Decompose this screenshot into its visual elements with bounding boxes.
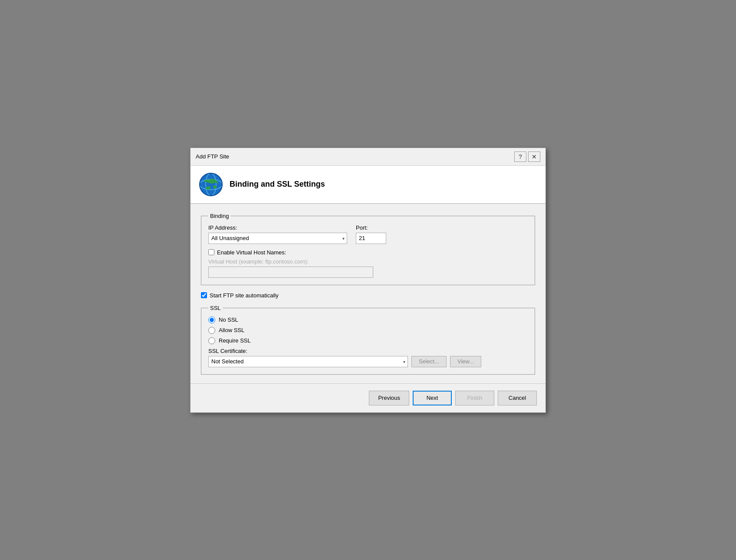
binding-fieldset: Binding IP Address: All Unassigned ▾ Por…: [201, 213, 535, 285]
previous-button[interactable]: Previous: [369, 391, 409, 405]
title-bar: Add FTP Site ? ✕: [191, 148, 545, 166]
ssl-fieldset: SSL No SSL Allow SSL Require SSL SSL Cer…: [201, 305, 535, 375]
binding-legend: Binding: [208, 213, 230, 219]
require-ssl-label: Require SSL: [219, 337, 251, 344]
virtual-host-input[interactable]: [208, 267, 373, 278]
ssl-cert-select[interactable]: Not Selected: [208, 356, 408, 367]
require-ssl-radio[interactable]: [208, 337, 215, 344]
auto-start-row: Start FTP site automatically: [201, 292, 535, 299]
port-label: Port:: [356, 224, 386, 231]
dialog-title: Add FTP Site: [196, 153, 229, 160]
virtual-host-checkbox-row: Enable Virtual Host Names:: [208, 249, 528, 256]
enable-virtual-host-checkbox[interactable]: [208, 249, 214, 255]
no-ssl-radio[interactable]: [208, 316, 215, 323]
binding-row: IP Address: All Unassigned ▾ Port:: [208, 224, 528, 244]
ssl-cert-row: Not Selected ▾ Select... View...: [208, 356, 528, 367]
footer: Previous Next Finish Cancel: [191, 383, 545, 412]
content-area: Binding IP Address: All Unassigned ▾ Por…: [191, 204, 545, 383]
ssl-select-button[interactable]: Select...: [411, 356, 447, 367]
ssl-cert-select-wrapper: Not Selected ▾: [208, 356, 408, 367]
port-group: Port:: [356, 224, 386, 244]
dialog: Add FTP Site ? ✕ Binding and SSL Setting…: [190, 148, 546, 413]
cancel-button[interactable]: Cancel: [498, 391, 537, 405]
allow-ssl-label: Allow SSL: [219, 327, 244, 333]
allow-ssl-row: Allow SSL: [208, 327, 528, 334]
ip-select-wrapper: All Unassigned ▾: [208, 233, 347, 244]
header-section: Binding and SSL Settings: [191, 166, 545, 204]
globe-icon: [199, 173, 223, 196]
enable-virtual-host-label: Enable Virtual Host Names:: [217, 249, 286, 256]
no-ssl-label: No SSL: [219, 316, 238, 323]
allow-ssl-radio[interactable]: [208, 327, 215, 334]
next-button[interactable]: Next: [413, 391, 452, 405]
virtual-host-sublabel: Virtual Host (example: ftp.contoso.com):: [208, 258, 528, 265]
auto-start-label: Start FTP site automatically: [210, 292, 279, 299]
port-input[interactable]: [356, 233, 386, 244]
ip-address-group: IP Address: All Unassigned ▾: [208, 224, 347, 244]
page-title: Binding and SSL Settings: [230, 180, 325, 189]
title-bar-left: Add FTP Site: [196, 153, 229, 160]
ssl-legend: SSL: [208, 305, 223, 311]
require-ssl-row: Require SSL: [208, 337, 528, 344]
ip-address-select[interactable]: All Unassigned: [208, 233, 347, 244]
help-button[interactable]: ?: [514, 152, 526, 162]
ip-address-label: IP Address:: [208, 224, 347, 231]
ssl-view-button[interactable]: View...: [450, 356, 481, 367]
auto-start-checkbox[interactable]: [201, 292, 207, 298]
ssl-cert-label: SSL Certificate:: [208, 348, 528, 354]
no-ssl-row: No SSL: [208, 316, 528, 323]
finish-button[interactable]: Finish: [455, 391, 494, 405]
close-button[interactable]: ✕: [528, 152, 540, 162]
title-bar-right: ? ✕: [514, 152, 540, 162]
